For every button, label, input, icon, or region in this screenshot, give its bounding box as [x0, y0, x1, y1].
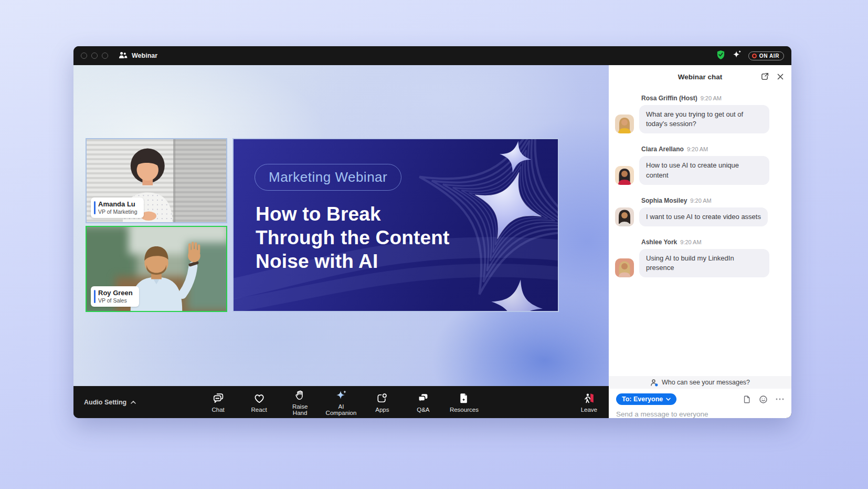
chat-message: Ashlee York9:20 AM Using AI to build my …: [615, 238, 784, 277]
chevron-up-icon: [131, 401, 136, 404]
chat-bubble-icon: [211, 392, 225, 405]
popout-icon: [760, 72, 769, 81]
window-title: Webinar: [132, 52, 157, 59]
ai-companion-button[interactable]: AI Companion: [326, 389, 357, 416]
message-time: 9:20 AM: [680, 239, 701, 245]
participants-icon: [119, 51, 128, 60]
message-time: 9:20 AM: [687, 146, 708, 152]
webinar-window: Webinar ON AIR: [73, 46, 791, 418]
close-icon: [777, 73, 784, 80]
participant-name: Roy Green: [98, 289, 133, 297]
message-bubble: What are you trying to get out of today'…: [639, 105, 769, 133]
avatar: [615, 207, 634, 226]
ai-sparkle-icon: [335, 389, 348, 402]
audio-setting-button[interactable]: Audio Setting: [84, 386, 136, 418]
on-air-badge: ON AIR: [748, 51, 784, 60]
participant-name: Amanda Lu: [98, 200, 137, 209]
resources-button[interactable]: Resources: [449, 392, 479, 413]
more-options-button[interactable]: [776, 398, 784, 400]
chat-button[interactable]: Chat: [203, 392, 234, 413]
emoji-button[interactable]: [759, 395, 768, 404]
meeting-toolbar: Audio Setting Chat React: [73, 386, 609, 418]
popout-chat-button[interactable]: [760, 72, 769, 81]
raised-hand-icon: [293, 389, 306, 402]
message-bubble: I want to use AI to create video assets: [639, 207, 768, 226]
participant-role: VP of Marketing: [98, 209, 137, 215]
heart-icon: [252, 392, 266, 405]
presentation-slide[interactable]: Marketing Webinar How to Break Through t…: [232, 138, 559, 312]
person-visibility-icon: [650, 379, 659, 387]
name-tag: Roy Green VP of Sales: [91, 286, 139, 307]
resources-document-icon: [458, 392, 471, 405]
video-tile-amanda[interactable]: Amanda Lu VP of Marketing: [86, 138, 227, 223]
slide-title: How to Break Through the Content Noise w…: [256, 202, 465, 273]
ai-companion-sparkle-icon[interactable]: [732, 49, 742, 62]
message-time: 9:20 AM: [701, 95, 722, 101]
to-everyone-selector[interactable]: To: Everyone: [616, 393, 676, 405]
participant-role: VP of Sales: [98, 297, 133, 304]
on-air-dot-icon: [752, 54, 757, 58]
chat-header: Webinar chat: [609, 65, 791, 89]
avatar: [615, 258, 634, 277]
chat-message-input[interactable]: [616, 410, 784, 418]
file-icon: [743, 395, 751, 404]
slide-badge: Marketing Webinar: [255, 164, 401, 191]
qa-bubbles-icon: [417, 392, 430, 405]
title-bar: Webinar ON AIR: [73, 46, 791, 65]
avatar: [615, 166, 634, 185]
sender-name: Clara Arellano: [641, 145, 684, 153]
video-tile-roy[interactable]: Roy Green VP of Sales: [86, 226, 227, 312]
chat-message: Clara Arellano9:20 AM How to use AI to c…: [615, 145, 784, 184]
chat-message: Sophia Mosiley9:20 AM I want to use AI t…: [615, 197, 784, 226]
security-shield-icon[interactable]: [716, 50, 725, 62]
chat-footer: Who can see your messages? To: Everyone: [609, 376, 791, 418]
attach-file-button[interactable]: [743, 395, 751, 404]
message-bubble: Using AI to build my LinkedIn presence: [639, 249, 769, 277]
ellipsis-icon: [776, 398, 784, 400]
close-window-button[interactable]: [81, 53, 87, 59]
zoom-window-button[interactable]: [102, 53, 108, 59]
apps-button[interactable]: Apps: [367, 392, 397, 413]
react-button[interactable]: React: [244, 392, 274, 413]
qa-button[interactable]: Q&A: [408, 392, 438, 413]
close-chat-button[interactable]: [777, 73, 784, 80]
leave-door-icon: [583, 392, 596, 405]
smiley-icon: [759, 395, 768, 404]
raise-hand-button[interactable]: Raise Hand: [285, 389, 315, 416]
message-time: 9:20 AM: [690, 197, 711, 204]
name-tag: Amanda Lu VP of Marketing: [91, 197, 144, 218]
chevron-down-icon: [666, 398, 671, 401]
leave-button[interactable]: Leave: [581, 386, 597, 418]
avatar: [615, 115, 634, 133]
webinar-chat-panel: Webinar chat: [609, 65, 791, 418]
sender-name: Sophia Mosiley: [641, 197, 687, 204]
webinar-stage: Amanda Lu VP of Marketing: [73, 65, 609, 386]
message-bubble: How to use AI to create unique content: [639, 156, 769, 184]
who-can-see-banner[interactable]: Who can see your messages?: [609, 376, 791, 389]
sender-name: Rosa Griffin (Host): [641, 95, 697, 102]
chat-message: Rosa Griffin (Host)9:20 AM What are you …: [615, 95, 784, 133]
window-controls: [81, 53, 108, 59]
minimize-window-button[interactable]: [91, 53, 98, 59]
sender-name: Ashlee York: [641, 238, 677, 246]
apps-icon: [376, 392, 389, 405]
chat-message-list[interactable]: Rosa Griffin (Host)9:20 AM What are you …: [609, 91, 791, 367]
